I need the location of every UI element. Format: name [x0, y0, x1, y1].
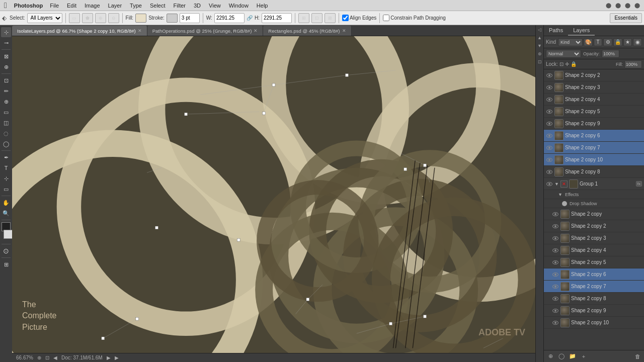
status-arrow-left[interactable]: ◀	[53, 355, 57, 360]
layer-shape2copy4[interactable]: Shape 2 copy 4	[544, 94, 644, 106]
align-icon-1[interactable]: ⊞	[298, 13, 309, 23]
menu-edit[interactable]: Edit	[63, 3, 80, 9]
group-fx-badge[interactable]: fx	[636, 181, 642, 187]
menu-window[interactable]: Window	[225, 3, 253, 9]
add-group-btn[interactable]: 📁	[568, 352, 577, 360]
layer-visibility-16[interactable]	[552, 283, 559, 290]
layer-visibility-14[interactable]	[552, 259, 559, 266]
constrain-checkbox[interactable]: Constrain Path Dragging	[383, 15, 446, 21]
blend-mode-select[interactable]: Normal	[546, 50, 581, 58]
layer-shape2copy8[interactable]: Shape 2 copy 8	[544, 166, 644, 178]
layer-visibility-9[interactable]	[546, 168, 553, 175]
apple-menu[interactable]: 	[0, 1, 11, 10]
layer-group-1[interactable]: ▼ ✕ Group 1 fx	[544, 178, 644, 190]
layer-visibility-3[interactable]	[546, 96, 553, 103]
menu-3d[interactable]: 3D	[190, 3, 205, 9]
tool-selection[interactable]: ⊹	[1, 27, 11, 37]
fill-swatch[interactable]	[135, 14, 146, 23]
layer-filter-icon-2[interactable]: T	[594, 38, 603, 46]
layer-shape2copy4-inner[interactable]: Shape 2 copy 4	[544, 244, 644, 256]
tool-stamp[interactable]: ⊕	[1, 97, 11, 107]
menu-view[interactable]: View	[205, 3, 225, 9]
align-edges-checkbox[interactable]: Align Edges	[342, 15, 376, 21]
layer-shape2copy7-inner[interactable]: Shape 2 copy 7	[544, 281, 644, 293]
background-swatch[interactable]	[4, 230, 13, 239]
layer-visibility-7[interactable]	[546, 144, 553, 151]
lock-position-btn[interactable]: ✛	[565, 61, 569, 67]
panel-icon-1[interactable]: ◁	[536, 26, 543, 33]
tool-mode-standard[interactable]: ⊙	[1, 246, 11, 256]
tool-gradient[interactable]: ◫	[1, 118, 11, 128]
lock-all-btn[interactable]: 🔒	[571, 61, 577, 67]
layer-shape2copy10[interactable]: Shape 2 copy 10	[544, 154, 644, 166]
tool-blur[interactable]: ◌	[1, 128, 11, 138]
drop-shadow-item[interactable]: Drop Shadow	[544, 199, 644, 208]
zoom-controls[interactable]: ⊕	[37, 355, 41, 360]
tool-crop[interactable]: ⊠	[1, 51, 11, 61]
tab-isolate-layers[interactable]: IsolateLayers.psd @ 66.7% (Shape 2 copy …	[12, 26, 147, 36]
layer-visibility-17[interactable]	[552, 295, 559, 302]
stroke-value[interactable]	[180, 13, 200, 23]
tool-hand[interactable]: ✋	[1, 198, 11, 208]
tool-type[interactable]: T	[1, 163, 11, 173]
delete-layer-btn[interactable]: 🗑	[633, 352, 642, 360]
height-input[interactable]	[262, 13, 292, 23]
layer-visibility-19[interactable]	[552, 319, 559, 326]
tool-zoom[interactable]: 🔍	[1, 208, 11, 218]
align-icon-2[interactable]: ⊡	[311, 13, 323, 23]
opacity-input[interactable]	[602, 50, 619, 58]
tab-path-operations[interactable]: PathOperations.psd @ 25% (Grunge, RGB/8#…	[147, 26, 264, 36]
menu-help[interactable]: Help	[253, 3, 272, 9]
layer-shape2copy2-inner[interactable]: Shape 2 copy 2	[544, 220, 644, 232]
shape-icon-4[interactable]: ⊖	[108, 13, 119, 23]
layer-visibility-1[interactable]	[546, 72, 553, 79]
layer-shape2copy5-inner[interactable]: Shape 2 copy 5	[544, 256, 644, 268]
shape-icon-2[interactable]: ⬟	[82, 13, 93, 23]
add-adjustment-btn[interactable]: ⊕	[546, 352, 555, 360]
layer-shape2copy7-top[interactable]: Shape 2 copy 7	[544, 142, 644, 154]
layer-filter-icon-4[interactable]: 🔒	[613, 38, 622, 46]
layer-visibility-4[interactable]	[546, 108, 553, 115]
effects-item[interactable]: ▼ Effects	[544, 190, 644, 199]
menu-file[interactable]: File	[46, 3, 63, 9]
lock-pixels-btn[interactable]: ⊡	[559, 61, 564, 67]
layer-visibility-18[interactable]	[552, 307, 559, 314]
layer-visibility-group[interactable]	[546, 180, 553, 188]
stroke-swatch[interactable]	[167, 14, 178, 23]
status-arrow-right[interactable]: ▶	[107, 355, 111, 360]
layer-filter-icon-1[interactable]: 🎨	[584, 38, 593, 46]
layer-visibility-15[interactable]	[552, 271, 559, 278]
tool-pen[interactable]: ✒	[1, 152, 11, 162]
menu-filter[interactable]: Filter	[170, 3, 190, 9]
layer-visibility-12[interactable]	[552, 235, 559, 242]
menu-select[interactable]: Select	[146, 3, 170, 9]
panel-icon-2[interactable]: ▲	[536, 34, 543, 41]
tool-direct-selection[interactable]: ⊸	[1, 38, 11, 48]
layer-shape2copy2[interactable]: Shape 2 copy 2	[544, 69, 644, 81]
width-input[interactable]	[214, 13, 245, 23]
panel-icon-5[interactable]: ⊡	[536, 58, 543, 65]
tool-screen-mode[interactable]: ⊞	[1, 259, 11, 269]
tool-path-selection[interactable]: ⊹	[1, 173, 11, 184]
layer-shape2copy3[interactable]: Shape 2 copy 3	[544, 81, 644, 94]
layer-visibility-8[interactable]	[546, 156, 553, 163]
menu-layer[interactable]: Layer	[104, 3, 126, 9]
tool-eraser[interactable]: ▭	[1, 107, 11, 117]
layer-shape2copy9-inner[interactable]: Shape 2 copy 9	[544, 305, 644, 317]
tab-paths[interactable]: Paths	[544, 25, 568, 36]
tab-close-2[interactable]: ✕	[254, 28, 258, 33]
group-arrow[interactable]: ▼	[554, 182, 559, 187]
zoom-fit[interactable]: ⊡	[45, 355, 49, 360]
tab-rectangles[interactable]: Rectangles.psd @ 45% (RGB/8#) ✕	[263, 26, 351, 36]
layer-shape2copy6-inner[interactable]: Shape 2 copy 6	[544, 268, 644, 281]
menu-image[interactable]: Image	[80, 3, 104, 9]
layer-shape2copy10-inner[interactable]: Shape 2 copy 10	[544, 317, 644, 329]
layer-shape2copy8-inner[interactable]: Shape 2 copy 8	[544, 293, 644, 305]
layer-visibility-6[interactable]	[546, 132, 553, 139]
layer-visibility-11[interactable]	[552, 223, 559, 230]
layer-visibility-10[interactable]	[552, 211, 559, 218]
canvas-container[interactable]: The Complete Picture ADOBE TV	[12, 36, 535, 353]
play-button[interactable]: ▶	[115, 355, 119, 360]
tool-brush[interactable]: ✏	[1, 86, 11, 96]
add-mask-btn[interactable]: ◯	[557, 352, 566, 360]
